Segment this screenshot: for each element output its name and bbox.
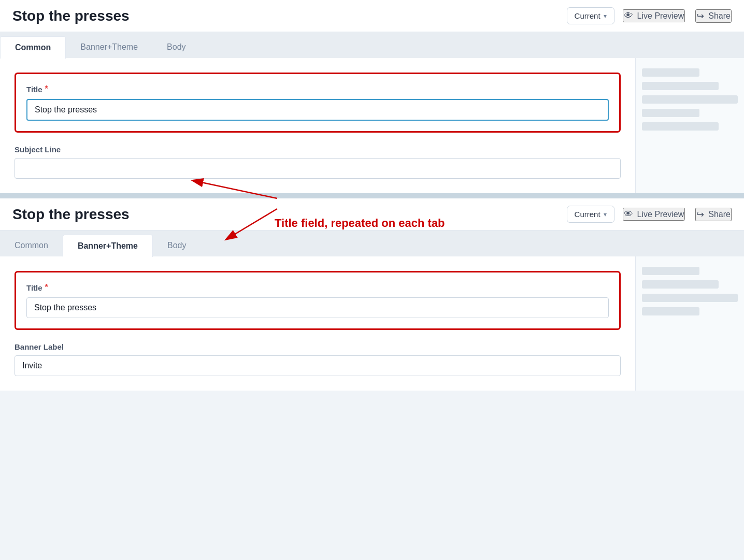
top-panel-tabs: Common Banner+Theme Body — [0, 32, 744, 58]
tab-banner-theme-top[interactable]: Banner+Theme — [66, 36, 152, 58]
share-button[interactable]: ↪ Share — [695, 9, 732, 23]
tab-banner-theme-bottom[interactable]: Banner+Theme — [63, 235, 153, 257]
subject-line-label: Subject Line — [15, 145, 621, 154]
banner-label-label: Banner Label — [15, 342, 621, 351]
bottom-share-button[interactable]: ↪ Share — [695, 208, 732, 221]
bottom-version-label: Current — [575, 210, 600, 219]
bottom-share-label: Share — [708, 210, 731, 219]
title-input-bottom[interactable] — [26, 297, 609, 318]
version-dropdown[interactable]: Current ▾ — [567, 7, 614, 24]
tab-body-bottom[interactable]: Body — [153, 235, 201, 256]
live-preview-button[interactable]: 👁 Live Preview — [623, 9, 685, 22]
title-input-top[interactable] — [26, 99, 609, 121]
sidebar-stub-5 — [642, 122, 719, 131]
header-actions: 👁 Live Preview ↪ Share — [623, 9, 732, 23]
banner-label-section: Banner Label — [15, 342, 621, 376]
sidebar-stub-4 — [642, 109, 699, 117]
page-title: Stop the presses — [12, 8, 559, 24]
title-label-top: Title * — [26, 84, 609, 94]
sidebar-stub-2 — [642, 82, 719, 90]
bottom-panel-body: Title * Banner Label — [0, 256, 744, 391]
bottom-sidebar-stub-2 — [642, 280, 719, 289]
bottom-sidebar-stub-3 — [642, 294, 738, 302]
bottom-panel-tabs: Common Banner+Theme Body — [0, 231, 744, 256]
bottom-panel: Stop the presses Current ▾ 👁 Live Previe… — [0, 198, 744, 391]
bottom-right-sidebar — [635, 256, 744, 391]
bottom-live-preview-label: Live Preview — [637, 210, 684, 219]
bottom-sidebar-stub-1 — [642, 267, 699, 275]
subject-line-input[interactable] — [15, 158, 621, 179]
top-panel-body: Title * Subject Line — [0, 58, 744, 193]
share-icon: ↪ — [696, 10, 704, 22]
top-right-sidebar — [635, 58, 744, 193]
bottom-panel-header: Stop the presses Current ▾ 👁 Live Previe… — [0, 198, 744, 231]
bottom-share-icon: ↪ — [696, 209, 704, 220]
eye-icon: 👁 — [624, 10, 633, 21]
tab-body-top[interactable]: Body — [152, 36, 200, 58]
live-preview-label: Live Preview — [637, 11, 684, 21]
panel-divider — [0, 193, 744, 198]
bottom-header-actions: 👁 Live Preview ↪ Share — [623, 208, 732, 221]
top-panel: Stop the presses Current ▾ 👁 Live Previe… — [0, 0, 744, 193]
bottom-live-preview-button[interactable]: 👁 Live Preview — [623, 208, 685, 221]
bottom-version-dropdown[interactable]: Current ▾ — [567, 206, 614, 223]
top-panel-content: Title * Subject Line — [0, 58, 635, 193]
version-label: Current — [575, 11, 600, 20]
bottom-panel-content: Title * Banner Label — [0, 256, 635, 391]
chevron-down-icon: ▾ — [604, 12, 607, 20]
title-label-bottom: Title * — [26, 283, 609, 292]
required-star-bottom: * — [45, 283, 48, 292]
sidebar-stub-1 — [642, 68, 699, 77]
tab-common-top[interactable]: Common — [0, 36, 66, 59]
bottom-sidebar-stub-4 — [642, 307, 699, 315]
top-panel-header: Stop the presses Current ▾ 👁 Live Previe… — [0, 0, 744, 32]
bottom-eye-icon: 👁 — [624, 209, 633, 220]
banner-label-input[interactable] — [15, 355, 621, 376]
tab-common-bottom[interactable]: Common — [0, 235, 63, 256]
sidebar-stub-3 — [642, 95, 738, 104]
bottom-page-title: Stop the presses — [12, 206, 559, 223]
title-field-box-top: Title * — [15, 73, 621, 133]
share-label: Share — [708, 11, 731, 21]
subject-line-section: Subject Line — [15, 145, 621, 179]
title-field-box-bottom: Title * — [15, 271, 621, 330]
bottom-chevron-icon: ▾ — [604, 211, 607, 218]
required-star-top: * — [45, 84, 48, 94]
